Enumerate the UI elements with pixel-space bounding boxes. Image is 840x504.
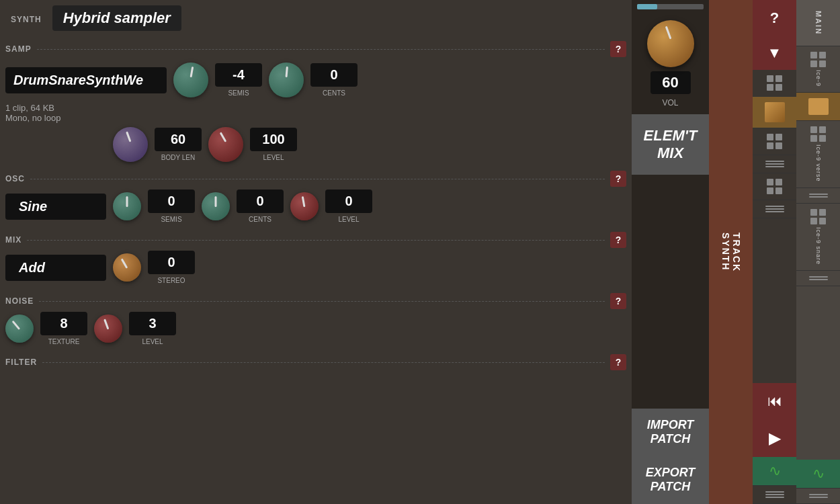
far-grid-2[interactable]: Ice-9 verse (796, 121, 840, 188)
progress-track[interactable] (637, 4, 704, 9)
samp-bodylen-group: 60 BODY LEN (155, 128, 202, 161)
samp-cents-knob[interactable] (269, 62, 304, 97)
far-right-panel: MAIN Ice-9 Ice-9 verse (796, 0, 840, 504)
noise-level-value[interactable]: 3 (129, 312, 176, 335)
knob-indicator (302, 196, 306, 207)
osc-level-knob[interactable] (290, 192, 319, 220)
elemt-mix-button[interactable]: ELEM'TMIX (632, 115, 709, 175)
samp-divider (37, 49, 605, 50)
osc-cents-knob[interactable] (202, 192, 230, 220)
far-grid-3[interactable]: Ice-9 snare (796, 204, 840, 271)
eq-icon-bottom[interactable] (753, 486, 796, 504)
samp-semis-label: SEMIS (228, 89, 249, 97)
mix-help-button[interactable]: ? (610, 232, 626, 248)
mix-pan-knob[interactable] (113, 253, 141, 282)
samp-section: SAMP ? DrumSnareSynthWe -4 SEMIS 0 (0, 36, 632, 166)
grid-icon (810, 126, 826, 142)
samp-cents-value[interactable]: 0 (310, 63, 358, 87)
mix-content: Add 0 STEREO (0, 249, 632, 286)
ice9-verse-label: Ice-9 verse (815, 144, 822, 182)
right-col3-nav: ? ▼ (753, 0, 796, 504)
far-wave-bottom[interactable]: ∿ (796, 460, 840, 489)
osc-level-label: LEVEL (338, 216, 359, 223)
samp-bodylen-knob[interactable] (113, 127, 148, 162)
far-eq-1[interactable] (796, 188, 840, 204)
eq-bars-far-bottom (809, 494, 828, 498)
far-grid-1[interactable]: Ice-9 (796, 46, 840, 93)
grid-icon (810, 52, 826, 67)
down-arrow-button[interactable]: ▼ (753, 36, 796, 70)
export-patch-button[interactable]: EXPORTPATCH (632, 456, 709, 504)
progress-fill (637, 4, 657, 9)
waveform-icon: ∿ (769, 462, 781, 480)
samp-help-button[interactable]: ? (610, 41, 626, 57)
grid-icon-2[interactable] (753, 128, 796, 155)
filter-divider (42, 362, 605, 363)
active-brown-item[interactable] (753, 97, 796, 128)
samp-semis-value[interactable]: -4 (215, 63, 262, 87)
vol-value[interactable]: 60 (650, 71, 691, 94)
rewind-button[interactable]: ⏮ (753, 383, 796, 419)
osc-type-box[interactable]: Sine (5, 194, 106, 220)
ice9-snare-label: Ice-9 snare (815, 227, 822, 265)
far-eq-bottom[interactable] (796, 489, 840, 504)
mix-type-box[interactable]: Add (5, 255, 106, 281)
noise-section: NOISE ? 8 TEXTURE 3 LEVEL (0, 288, 632, 349)
far-eq-2[interactable] (796, 271, 840, 286)
synth-label: SYNTH (5, 11, 47, 26)
vol-label: VOL (662, 98, 678, 108)
brown-icon (765, 102, 785, 122)
waveform-item[interactable]: ∿ (753, 457, 796, 486)
knob-indicator (103, 319, 109, 329)
noise-help-button[interactable]: ? (610, 293, 626, 309)
osc-help-button[interactable]: ? (610, 171, 626, 187)
filter-section: FILTER ? (0, 349, 632, 374)
sample-name-box[interactable]: DrumSnareSynthWe (5, 67, 167, 93)
osc-content: Sine 0 SEMIS 0 CENTS 0 LEVEL (0, 188, 632, 224)
mix-section: MIX ? Add 0 STEREO (0, 227, 632, 288)
filter-help-button[interactable]: ? (610, 354, 626, 370)
samp-level-value[interactable]: 100 (250, 128, 297, 151)
vol-knob[interactable] (647, 20, 694, 67)
grid-icon-1[interactable] (753, 70, 796, 97)
samp-info-line1: 1 clip, 64 KB (5, 103, 626, 113)
samp-info-line2: Mono, no loop (5, 113, 626, 123)
noise-level-knob[interactable] (94, 314, 122, 343)
right-main-panel: 60 VOL ELEM'TMIX IMPORTPATCH EXPORTPATCH… (632, 0, 796, 504)
right-col2-track-synth: TRACKSYNTH (709, 0, 753, 504)
import-patch-button[interactable]: IMPORTPATCH (632, 409, 709, 456)
samp-cents-label: CENTS (323, 89, 345, 97)
osc-tune-knob[interactable] (113, 192, 141, 220)
noise-texture-knob[interactable] (5, 314, 34, 343)
waveform-icon-far: ∿ (812, 465, 825, 482)
osc-cents-value[interactable]: 0 (237, 190, 284, 213)
eq-icon-2[interactable] (753, 200, 796, 218)
samp-level-knob[interactable] (208, 127, 243, 162)
grid-icon (767, 75, 782, 91)
main-item[interactable]: MAIN (796, 0, 840, 46)
samp-bodylen-value[interactable]: 60 (155, 128, 202, 151)
samp-bottom-row: 60 BODY LEN 100 LEVEL (0, 126, 632, 163)
osc-level-value[interactable]: 0 (325, 190, 372, 213)
filter-label: FILTER (5, 358, 37, 367)
osc-semis-value[interactable]: 0 (148, 190, 195, 213)
samp-label: SAMP (5, 44, 32, 54)
progress-bar-area (632, 0, 709, 13)
osc-divider (30, 179, 605, 179)
far-brown-1[interactable] (796, 93, 840, 121)
eq-icon-1[interactable] (753, 155, 796, 173)
noise-level-group: 3 LEVEL (129, 312, 176, 345)
noise-texture-value[interactable]: 8 (40, 312, 87, 335)
noise-label: NOISE (5, 296, 34, 306)
help-nav-button[interactable]: ? (753, 0, 796, 36)
mix-stereo-value[interactable]: 0 (148, 251, 195, 274)
noise-texture-group: 8 TEXTURE (40, 312, 87, 345)
noise-level-label: LEVEL (142, 338, 163, 345)
noise-divider (39, 301, 605, 302)
synth-name[interactable]: Hybrid sampler (52, 5, 181, 31)
play-button[interactable]: ▶ (753, 419, 796, 457)
samp-tune-knob[interactable] (173, 62, 208, 97)
mix-stereo-label: STEREO (157, 277, 185, 284)
grid-icon-3[interactable] (753, 173, 796, 200)
eq-bars (765, 161, 784, 167)
